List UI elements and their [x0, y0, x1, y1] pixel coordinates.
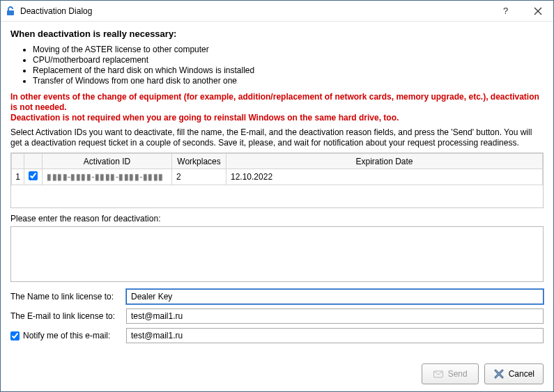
app-lock-icon [5, 6, 16, 17]
send-button[interactable]: Send [422, 363, 479, 384]
name-label: The Name to link license to: [10, 292, 122, 301]
heading: When deactivation is really necessary: [10, 29, 544, 39]
reason-item: Transfer of Windows from one hard disk t… [33, 76, 544, 86]
reasons-list: Moving of the ASTER license to other com… [33, 45, 544, 86]
cancel-button-label: Cancel [509, 369, 534, 379]
col-expiration[interactable]: Expiration Date [226, 154, 543, 169]
email-label: The E-mail to link license to: [10, 311, 122, 321]
reason-textarea[interactable] [10, 226, 544, 282]
reason-item: Replacement of the hard disk on which Wi… [33, 65, 544, 75]
notify-input[interactable] [126, 328, 544, 343]
table-row[interactable]: 1 ▮▮▮▮-▮▮▮▮-▮▮▮▮-▮▮▮▮-▮▮▮▮ 2 12.10.2022 [12, 169, 543, 185]
warning-line-2: Deactivation is not required when you ar… [10, 113, 399, 123]
cancel-button[interactable]: Cancel [484, 363, 544, 384]
col-workplaces[interactable]: Workplaces [172, 154, 226, 169]
col-checkbox [24, 154, 43, 169]
name-input[interactable] [126, 289, 544, 304]
instructions-text: Select Activation IDs you want to deacti… [10, 127, 544, 148]
send-button-label: Send [448, 369, 468, 379]
svg-rect-0 [7, 10, 14, 15]
activation-table: Activation ID Workplaces Expiration Date… [10, 152, 544, 208]
envelope-icon [433, 368, 444, 379]
close-button[interactable] [522, 1, 553, 21]
col-rownum [12, 154, 24, 169]
svg-text:?: ? [503, 6, 508, 16]
col-activation-id[interactable]: Activation ID [43, 154, 172, 169]
notify-label: Notify me of this e-mail: [23, 331, 110, 340]
reason-item: CPU/motherboard replacement [33, 55, 544, 65]
warning-text: In other events of the change of equipme… [10, 92, 544, 123]
reason-label: Please enter the reason for deactivation… [10, 214, 544, 224]
row-checkbox[interactable] [29, 171, 38, 180]
window-title: Deactivation Dialog [20, 6, 92, 16]
help-button[interactable]: ? [491, 1, 522, 21]
row-workplaces: 2 [172, 169, 226, 185]
row-activation-id: ▮▮▮▮-▮▮▮▮-▮▮▮▮-▮▮▮▮-▮▮▮▮ [43, 169, 172, 185]
cancel-x-icon [493, 368, 505, 379]
email-input[interactable] [126, 308, 544, 324]
notify-checkbox[interactable] [10, 331, 20, 340]
warning-line-1: In other events of the change of equipme… [10, 92, 539, 112]
row-number: 1 [12, 169, 24, 185]
reason-item: Moving of the ASTER license to other com… [33, 45, 544, 54]
row-checkbox-cell[interactable] [24, 169, 43, 185]
title-bar: Deactivation Dialog ? [1, 1, 553, 22]
row-expiration: 12.10.2022 [226, 169, 543, 185]
